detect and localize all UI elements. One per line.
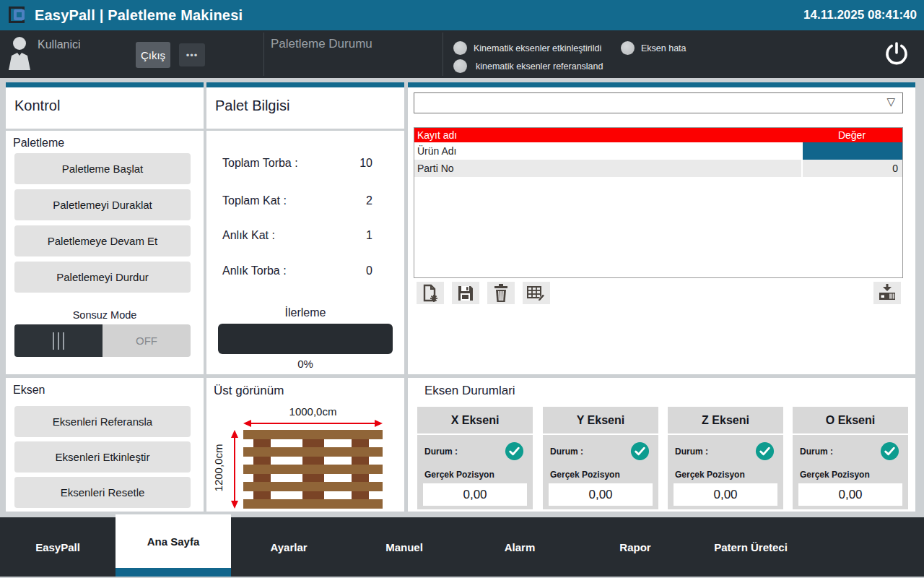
app-window: EasyPall | Paletleme Makinesi 14.11.2025… — [0, 0, 924, 578]
vertical-dimension-arrow — [230, 430, 239, 509]
infinite-mode-toggle[interactable]: OFF — [14, 324, 191, 357]
pallet-height-dimension: 1200,0cm — [212, 428, 225, 508]
header-divider — [443, 33, 443, 76]
pallet-width-dimension: 1000,0cm — [243, 405, 383, 418]
reset-axes-button[interactable]: Eksenleri Resetle — [14, 477, 191, 508]
header-bar: Kullanici Çıkış ••• Paletleme Durumu Kin… — [0, 30, 924, 78]
horizontal-dimension-arrow — [243, 419, 383, 428]
tab-rapor[interactable]: Rapor — [578, 517, 693, 577]
panel-accent-strip — [206, 82, 404, 87]
axis-name: Z Ekseni — [668, 407, 783, 434]
total-layers-value: 2 — [322, 194, 372, 207]
tab-alarm[interactable]: Alarm — [462, 517, 578, 577]
datetime-display: 14.11.2025 08:41:40 — [803, 8, 917, 22]
panel-accent-strip — [6, 82, 204, 87]
new-record-button[interactable] — [417, 282, 444, 304]
new-record-icon — [422, 284, 439, 303]
tab-manuel[interactable]: Manuel — [346, 517, 462, 577]
user-avatar-icon — [6, 35, 32, 70]
edit-table-button[interactable] — [523, 282, 550, 304]
axis-name: O Ekseni — [793, 407, 908, 434]
pallet-top-view-graphic — [243, 430, 383, 509]
check-circle-icon — [880, 441, 899, 461]
axis-name: Y Ekseni — [543, 407, 658, 434]
axis-status-panel: Eksen Durumlari X Ekseni Durum : Gerçek … — [408, 378, 915, 512]
indicator-label: kinematik eksenler referansland — [476, 61, 603, 72]
column-header-value: Değer — [801, 129, 902, 141]
panel-accent-strip — [408, 82, 915, 87]
paletleme-panel: Paletleme Paletleme Başlat Paletlemeyi D… — [6, 131, 204, 374]
progress-bar — [218, 324, 393, 354]
record-value-cell[interactable]: 0 — [801, 160, 902, 177]
table-row[interactable]: Parti No 0 — [414, 160, 902, 177]
more-options-button[interactable]: ••• — [179, 43, 205, 66]
infinite-mode-label: Sonsuz Mode — [6, 309, 204, 321]
axis-card-y: Y Ekseni Durum : Gerçek Pozisyon — [543, 407, 658, 509]
stop-palletizing-button[interactable]: Paletlemeyi Durdur — [14, 262, 191, 293]
tab-ayarlar[interactable]: Ayarlar — [231, 517, 346, 577]
check-circle-icon — [630, 441, 650, 461]
edit-table-icon — [527, 285, 546, 302]
axis-position-label: Gerçek Pozisyon — [675, 470, 745, 480]
axis-position-input[interactable] — [674, 483, 777, 506]
axis-position-input[interactable] — [798, 483, 902, 506]
check-circle-icon — [755, 441, 775, 461]
eksen-panel: Eksen Eksenleri Referansla Eksenleri Etk… — [6, 378, 204, 512]
tab-ana-sayfa[interactable]: Ana Sayfa — [116, 514, 231, 568]
check-circle-icon — [505, 441, 524, 461]
enable-axes-button[interactable]: Eksenleri Etkinleştir — [14, 441, 191, 473]
progress-percent: 0% — [206, 358, 404, 370]
pause-palletizing-button[interactable]: Paletlemeyi Duraklat — [14, 189, 191, 220]
bottom-nav: EasyPall Ana Sayfa Ayarlar Manuel Alarm … — [0, 517, 924, 577]
start-palletizing-button[interactable]: Paletleme Başlat — [14, 153, 191, 184]
user-label: Kullanici — [38, 38, 81, 51]
logout-button[interactable]: Çıkış — [136, 42, 170, 68]
current-bag-label: Anlık Torba : — [222, 264, 287, 277]
axis-status-label: Durum : — [675, 447, 708, 457]
column-header-record-name: Kayıt adı — [414, 129, 801, 141]
recipe-panel: ▽ Kayıt adı Değer Ürün Adı Parti No 0 — [408, 87, 915, 374]
chevron-down-icon: ▽ — [886, 95, 895, 108]
palet-bilgisi-panel: Toplam Torba : 10 Toplam Kat : 2 Anlık K… — [206, 131, 404, 374]
header-divider — [263, 33, 264, 76]
app-logo-icon — [9, 6, 27, 25]
kontrol-header-panel: Kontrol — [6, 87, 204, 129]
toggle-knob — [14, 324, 103, 357]
paletleme-section-label: Paletleme — [13, 137, 64, 150]
top-view-title: Üst görünüm — [214, 384, 284, 398]
eksen-section-label: Eksen — [13, 384, 45, 397]
total-layers-label: Toplam Kat : — [222, 194, 287, 207]
current-layer-label: Anlık Kat : — [222, 229, 275, 242]
axis-status-label: Durum : — [550, 447, 583, 457]
axis-card-x: X Ekseni Durum : Gerçek Pozisyon — [417, 407, 533, 509]
axis-name: X Ekseni — [417, 407, 533, 434]
power-icon — [882, 38, 911, 70]
kontrol-title: Kontrol — [14, 98, 60, 114]
table-row[interactable]: Ürün Adı — [414, 142, 902, 160]
save-record-button[interactable] — [452, 282, 479, 304]
delete-record-button[interactable] — [487, 282, 515, 304]
reference-axes-button[interactable]: Eksenleri Referansla — [14, 406, 191, 437]
import-record-button[interactable] — [873, 282, 901, 304]
indicator-dot-kinematic-referenced — [453, 59, 467, 73]
recipe-dropdown[interactable]: ▽ — [414, 92, 903, 113]
resume-palletizing-button[interactable]: Paletlemeye Devam Et — [14, 225, 191, 256]
axis-card-o: O Ekseni Durum : Gerçek Pozisyon — [793, 407, 908, 509]
axis-position-input[interactable] — [423, 483, 527, 506]
tab-patern-ureteci[interactable]: Patern Üreteci — [693, 517, 808, 577]
palletizing-status-title: Paletleme Durumu — [271, 37, 372, 51]
axis-position-label: Gerçek Pozisyon — [800, 470, 870, 480]
toggle-state-label: OFF — [103, 324, 191, 357]
indicator-dot-kinematic-enabled — [453, 41, 467, 55]
axis-status-label: Durum : — [800, 447, 833, 457]
title-bar: EasyPall | Paletleme Makinesi 14.11.2025… — [0, 0, 924, 30]
total-bags-label: Toplam Torba : — [222, 157, 298, 170]
tab-easypall[interactable]: EasyPall — [0, 517, 116, 577]
record-value-cell-selected[interactable] — [801, 142, 902, 160]
trash-icon — [493, 284, 509, 302]
table-header-row: Kayıt adı Değer — [414, 128, 902, 142]
power-button[interactable] — [882, 38, 914, 71]
axis-position-input[interactable] — [549, 483, 653, 506]
axis-status-title: Eksen Durumlari — [424, 384, 515, 398]
current-layer-value: 1 — [322, 229, 372, 242]
